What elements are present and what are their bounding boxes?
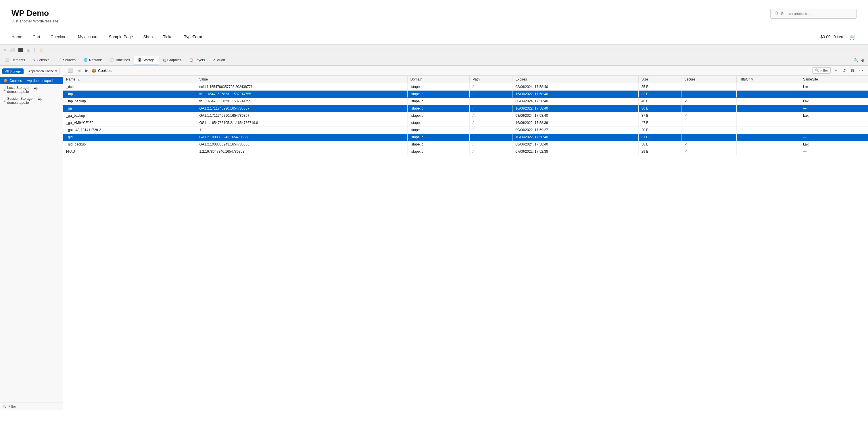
cart-area[interactable]: $0.00 0 items 🛒	[820, 33, 857, 40]
inspect-icon[interactable]: ⊕	[26, 48, 30, 52]
table-row[interactable]: _gid_backupGA1.2.1008338243.1654786358.s…	[63, 141, 868, 148]
tab-graphics[interactable]: 🖼 Graphics	[159, 56, 185, 64]
tab-timelines[interactable]: 🕐 Timelines	[106, 56, 134, 64]
table-cell	[737, 98, 800, 105]
local-storage-icon: ≡	[3, 88, 5, 92]
table-cell: fb.1.1654786358231.1582914755	[196, 98, 407, 105]
filter-search-icon: 🔍	[815, 68, 819, 72]
tab-network[interactable]: 🌐 Network	[80, 56, 106, 64]
tab-console[interactable]: ▷ Console	[29, 56, 54, 64]
col-secure[interactable]: Secure	[681, 75, 737, 83]
table-row[interactable]: _dciddcid.1.1654786357793.202438771.stap…	[63, 83, 868, 91]
table-row[interactable]: _gaGA1.2.1711746290.1654786357.stape.io/…	[63, 105, 868, 112]
panel-more-button[interactable]: ⋯	[858, 68, 865, 73]
cart-items-count: 0 items	[834, 34, 846, 39]
panel-header: ⬜ ◀ ▶ 🍪 Cookies 🔍 Filter ＋ ↺ 🗑 ⋯	[63, 66, 868, 75]
delete-button[interactable]: 🗑	[849, 68, 856, 73]
table-row[interactable]: FPAU1.2.1678647346.1654786358.stape.io/0…	[63, 148, 868, 155]
refresh-button[interactable]: ↺	[841, 68, 847, 73]
table-cell: /	[470, 98, 513, 105]
table-cell: /	[470, 105, 513, 112]
tab-layers[interactable]: 📋 Layers	[185, 56, 209, 64]
nav-ticket[interactable]: Ticket	[163, 34, 174, 39]
devtools-content: All Storage Application Cache ∨ 🍪 Cookie…	[0, 66, 868, 410]
table-cell: Lax	[800, 83, 868, 91]
col-expires[interactable]: Expires	[513, 75, 638, 83]
tab-search-icon[interactable]: 🔍	[854, 58, 859, 63]
table-cell	[737, 112, 800, 119]
cart-icon[interactable]: 🛒	[849, 33, 857, 40]
application-cache-button[interactable]: Application Cache ∨	[26, 68, 60, 74]
table-row[interactable]: _ga_backupGA1.1.1711746290.1654786357.st…	[63, 112, 868, 119]
table-cell: .stape.io	[407, 134, 469, 141]
table-cell: fb.1.1654786358231.1582914755	[196, 91, 407, 98]
layers-tab-icon: 📋	[189, 58, 193, 62]
table-cell: dcid.1.1654786357793.202438771	[196, 83, 407, 91]
table-cell	[737, 91, 800, 98]
table-cell: —	[800, 126, 868, 134]
table-cell: 33 B	[638, 91, 681, 98]
filter-icon: 🔍	[2, 404, 7, 408]
tab-audit[interactable]: ✓ Audit	[209, 56, 229, 64]
filter-text: Filter	[820, 68, 828, 72]
col-size[interactable]: Size	[638, 75, 681, 83]
table-cell: GA1.2.1711746290.1654786357	[196, 105, 407, 112]
tab-elements[interactable]: ⬜ Elements	[1, 56, 29, 64]
col-path[interactable]: Path	[470, 75, 513, 83]
network-tab-icon: 🌐	[84, 58, 88, 62]
nav-checkout[interactable]: Checkout	[51, 34, 67, 39]
col-samesite[interactable]: SameSite	[800, 75, 868, 83]
table-row[interactable]: _gidGA1.2.1008338243.1654786358.stape.io…	[63, 134, 868, 141]
nav-myaccount[interactable]: My account	[78, 34, 99, 39]
nav-samplepage[interactable]: Sample Page	[109, 34, 133, 39]
table-cell: 30 B	[638, 105, 681, 112]
close-devtools-icon[interactable]: ✕	[3, 48, 6, 52]
dock-icon[interactable]: ⬜	[10, 48, 15, 52]
cookies-table: Name ▲ Value Domain Path Expires Size Se…	[63, 75, 868, 155]
table-cell: .stape.io	[407, 148, 469, 155]
graphics-tab-icon: 🖼	[163, 58, 166, 62]
table-cell	[681, 105, 737, 112]
table-cell: ✓	[681, 141, 737, 148]
all-storage-button[interactable]: All Storage	[2, 68, 24, 74]
table-row[interactable]: _fbpfb.1.1654786358231.1582914755.stape.…	[63, 91, 868, 98]
nav-cart[interactable]: Cart	[32, 34, 40, 39]
tab-sources[interactable]: 📄 Sources	[54, 56, 80, 64]
panel-forward-button[interactable]: ▶	[84, 68, 89, 73]
table-row[interactable]: _gat_UA-181411728-21.stape.io/09/06/2022…	[63, 126, 868, 134]
table-cell: 08/06/2024, 17:58:40	[513, 141, 638, 148]
table-cell: 16/06/2022, 17:58:39	[513, 119, 638, 126]
search-box[interactable]	[770, 9, 857, 19]
tab-gear-icon[interactable]: ⚙	[861, 58, 865, 63]
sidebar-item-session-storage[interactable]: ≡ Session Storage — wp-demo.stape.io	[0, 95, 63, 106]
nav-shop[interactable]: Shop	[144, 34, 153, 39]
table-row[interactable]: _ga_VM9YCFJZ0LGS1.1.1654785105.2.1.16547…	[63, 119, 868, 126]
main-navigation: Home Cart Checkout My account Sample Pag…	[0, 29, 868, 44]
table-row[interactable]: _fbp_backupfb.1.1654786358231.1582914755…	[63, 98, 868, 105]
sidebar-filter[interactable]: 🔍 Filter	[0, 403, 63, 410]
panel-back-button[interactable]: ◀	[76, 68, 82, 73]
sidebar-item-local-storage[interactable]: ≡ Local Storage — wp-demo.stape.io	[0, 84, 63, 95]
warning-icon[interactable]: ⚠	[39, 48, 43, 52]
nav-home[interactable]: Home	[11, 34, 22, 39]
table-cell: GS1.1.1654785105.2.1.1654786719.0	[196, 119, 407, 126]
website-header: WP Demo Just another WordPress site	[0, 0, 868, 29]
panel-sidebar-toggle[interactable]: ⬜	[67, 68, 74, 73]
undock-icon[interactable]: ⬛	[18, 48, 23, 52]
filter-box[interactable]: 🔍 Filter	[812, 67, 831, 73]
col-httponly[interactable]: HttpOnly	[737, 75, 800, 83]
col-domain[interactable]: Domain	[407, 75, 469, 83]
add-cookie-button[interactable]: ＋	[832, 67, 839, 73]
table-cell: _ga_VM9YCFJZ0L	[63, 119, 196, 126]
nav-typeform[interactable]: TypeForm	[184, 34, 202, 39]
site-tagline: Just another WordPress site	[11, 19, 58, 23]
devtools-tabs: ⬜ Elements ▷ Console 📄 Sources 🌐 Network…	[0, 55, 868, 66]
col-value[interactable]: Value	[196, 75, 407, 83]
storage-sidebar: All Storage Application Cache ∨ 🍪 Cookie…	[0, 66, 63, 410]
tab-storage[interactable]: 🗄 Storage	[134, 56, 159, 64]
col-name[interactable]: Name ▲	[63, 75, 196, 83]
search-input[interactable]	[781, 11, 852, 16]
tab-network-label: Network	[89, 58, 102, 62]
sidebar-item-cookies[interactable]: 🍪 Cookies — wp-demo.stape.io	[0, 78, 63, 84]
table-cell: .stape.io	[407, 112, 469, 119]
